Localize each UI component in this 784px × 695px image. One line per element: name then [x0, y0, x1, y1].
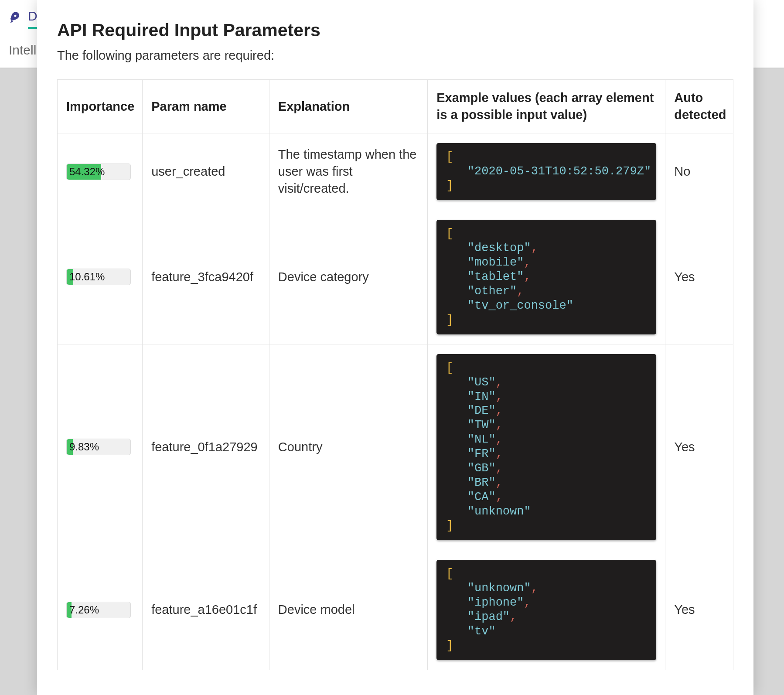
- cell-param-name: user_created: [143, 133, 269, 210]
- importance-label: 54.32%: [67, 164, 130, 180]
- cell-importance: 10.61%: [58, 210, 143, 344]
- cell-auto-detected: No: [665, 133, 733, 210]
- cell-explanation: The timestamp when the user was first vi…: [269, 133, 427, 210]
- table-row: 10.61%feature_3fca9420fDevice category[ …: [58, 210, 733, 344]
- table-header-row: Importance Param name Explanation Exampl…: [58, 80, 733, 133]
- cell-importance: 9.83%: [58, 344, 143, 550]
- cell-param-name: feature_0f1a27929: [143, 344, 269, 550]
- importance-bar: 9.83%: [66, 439, 131, 455]
- th-explanation: Explanation: [269, 80, 427, 133]
- cell-example: [ "2020-05-31T10:52:50.279Z" ]: [428, 133, 665, 210]
- api-params-modal: API Required Input Parameters The follow…: [37, 0, 753, 695]
- example-code: [ "US", "IN", "DE", "TW", "NL", "FR", "G…: [436, 354, 656, 540]
- table-row: 7.26%feature_a16e01c1fDevice model[ "unk…: [58, 550, 733, 670]
- cell-example: [ "unknown", "iphone", "ipad", "tv" ]: [428, 550, 665, 670]
- example-code: [ "desktop", "mobile", "tablet", "other"…: [436, 220, 656, 334]
- table-row: 9.83%feature_0f1a27929Country[ "US", "IN…: [58, 344, 733, 550]
- cell-example: [ "US", "IN", "DE", "TW", "NL", "FR", "G…: [428, 344, 665, 550]
- cell-auto-detected: Yes: [665, 344, 733, 550]
- importance-label: 9.83%: [67, 439, 130, 455]
- cell-param-name: feature_a16e01c1f: [143, 550, 269, 670]
- example-code: [ "unknown", "iphone", "ipad", "tv" ]: [436, 560, 656, 660]
- cell-example: [ "desktop", "mobile", "tablet", "other"…: [428, 210, 665, 344]
- cell-auto-detected: Yes: [665, 210, 733, 344]
- background-subtitle: Intelli: [9, 43, 39, 58]
- cell-auto-detected: Yes: [665, 550, 733, 670]
- explanation-text: Country: [278, 439, 419, 456]
- importance-label: 7.26%: [67, 602, 130, 618]
- th-param-name: Param name: [143, 80, 269, 133]
- explanation-text: Device category: [278, 269, 419, 286]
- params-table: Importance Param name Explanation Exampl…: [57, 79, 733, 670]
- cell-explanation: Device category: [269, 210, 427, 344]
- explanation-text: Device model: [278, 601, 419, 618]
- modal-subtitle: The following parameters are required:: [57, 48, 733, 63]
- importance-bar: 7.26%: [66, 602, 131, 618]
- cell-explanation: Country: [269, 344, 427, 550]
- rocket-icon: [9, 11, 22, 27]
- example-code: [ "2020-05-31T10:52:50.279Z" ]: [436, 143, 656, 200]
- explanation-text: The timestamp when the user was first vi…: [278, 146, 419, 197]
- cell-explanation: Device model: [269, 550, 427, 670]
- cell-param-name: feature_3fca9420f: [143, 210, 269, 344]
- cell-importance: 7.26%: [58, 550, 143, 670]
- th-example: Example values (each array element is a …: [428, 80, 665, 133]
- importance-label: 10.61%: [67, 269, 130, 285]
- cell-importance: 54.32%: [58, 133, 143, 210]
- importance-bar: 10.61%: [66, 269, 131, 285]
- importance-bar: 54.32%: [66, 164, 131, 180]
- th-auto-detected: Auto detected: [665, 80, 733, 133]
- modal-title: API Required Input Parameters: [57, 20, 733, 41]
- table-row: 54.32%user_createdThe timestamp when the…: [58, 133, 733, 210]
- th-importance: Importance: [58, 80, 143, 133]
